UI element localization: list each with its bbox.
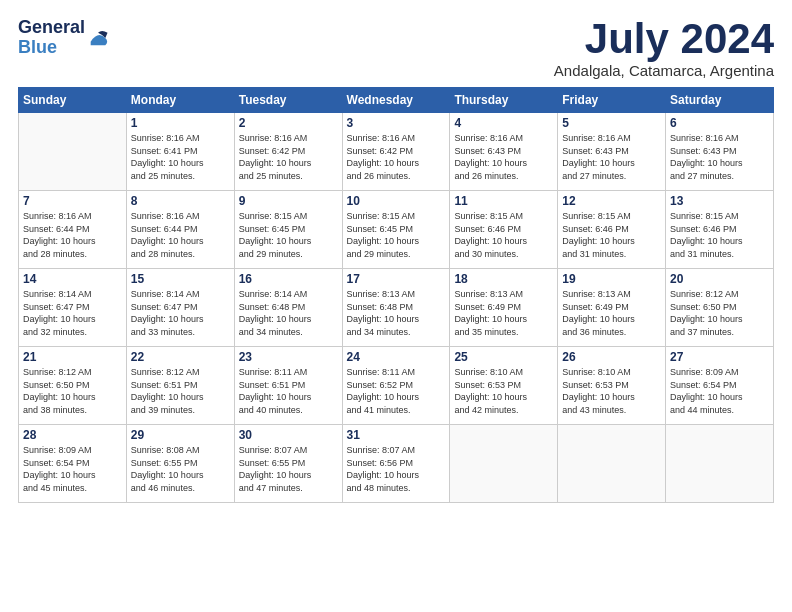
calendar-cell: 21Sunrise: 8:12 AM Sunset: 6:50 PM Dayli… xyxy=(19,347,127,425)
week-row-2: 7Sunrise: 8:16 AM Sunset: 6:44 PM Daylig… xyxy=(19,191,774,269)
day-number: 8 xyxy=(131,194,230,208)
day-info: Sunrise: 8:11 AM Sunset: 6:52 PM Dayligh… xyxy=(347,366,446,416)
day-info: Sunrise: 8:16 AM Sunset: 6:41 PM Dayligh… xyxy=(131,132,230,182)
calendar-cell: 3Sunrise: 8:16 AM Sunset: 6:42 PM Daylig… xyxy=(342,113,450,191)
calendar-cell: 22Sunrise: 8:12 AM Sunset: 6:51 PM Dayli… xyxy=(126,347,234,425)
day-info: Sunrise: 8:16 AM Sunset: 6:44 PM Dayligh… xyxy=(23,210,122,260)
day-info: Sunrise: 8:15 AM Sunset: 6:46 PM Dayligh… xyxy=(670,210,769,260)
calendar-cell: 7Sunrise: 8:16 AM Sunset: 6:44 PM Daylig… xyxy=(19,191,127,269)
day-number: 5 xyxy=(562,116,661,130)
day-info: Sunrise: 8:15 AM Sunset: 6:46 PM Dayligh… xyxy=(454,210,553,260)
logo: General Blue xyxy=(18,18,109,58)
calendar-cell: 5Sunrise: 8:16 AM Sunset: 6:43 PM Daylig… xyxy=(558,113,666,191)
day-info: Sunrise: 8:16 AM Sunset: 6:42 PM Dayligh… xyxy=(239,132,338,182)
calendar-cell xyxy=(19,113,127,191)
day-info: Sunrise: 8:13 AM Sunset: 6:48 PM Dayligh… xyxy=(347,288,446,338)
day-info: Sunrise: 8:16 AM Sunset: 6:43 PM Dayligh… xyxy=(454,132,553,182)
day-number: 24 xyxy=(347,350,446,364)
day-number: 11 xyxy=(454,194,553,208)
day-info: Sunrise: 8:12 AM Sunset: 6:50 PM Dayligh… xyxy=(23,366,122,416)
header-saturday: Saturday xyxy=(666,88,774,113)
day-number: 28 xyxy=(23,428,122,442)
day-number: 23 xyxy=(239,350,338,364)
day-info: Sunrise: 8:15 AM Sunset: 6:45 PM Dayligh… xyxy=(239,210,338,260)
calendar-cell xyxy=(558,425,666,503)
month-title: July 2024 xyxy=(554,18,774,60)
header-tuesday: Tuesday xyxy=(234,88,342,113)
calendar-cell: 20Sunrise: 8:12 AM Sunset: 6:50 PM Dayli… xyxy=(666,269,774,347)
day-info: Sunrise: 8:13 AM Sunset: 6:49 PM Dayligh… xyxy=(454,288,553,338)
week-row-5: 28Sunrise: 8:09 AM Sunset: 6:54 PM Dayli… xyxy=(19,425,774,503)
calendar-cell xyxy=(666,425,774,503)
calendar-cell: 31Sunrise: 8:07 AM Sunset: 6:56 PM Dayli… xyxy=(342,425,450,503)
day-info: Sunrise: 8:08 AM Sunset: 6:55 PM Dayligh… xyxy=(131,444,230,494)
day-number: 18 xyxy=(454,272,553,286)
calendar-cell: 23Sunrise: 8:11 AM Sunset: 6:51 PM Dayli… xyxy=(234,347,342,425)
calendar-cell: 14Sunrise: 8:14 AM Sunset: 6:47 PM Dayli… xyxy=(19,269,127,347)
day-number: 26 xyxy=(562,350,661,364)
calendar-cell: 25Sunrise: 8:10 AM Sunset: 6:53 PM Dayli… xyxy=(450,347,558,425)
day-number: 13 xyxy=(670,194,769,208)
calendar-cell: 6Sunrise: 8:16 AM Sunset: 6:43 PM Daylig… xyxy=(666,113,774,191)
day-number: 19 xyxy=(562,272,661,286)
calendar-cell: 9Sunrise: 8:15 AM Sunset: 6:45 PM Daylig… xyxy=(234,191,342,269)
day-number: 7 xyxy=(23,194,122,208)
day-info: Sunrise: 8:12 AM Sunset: 6:51 PM Dayligh… xyxy=(131,366,230,416)
day-number: 30 xyxy=(239,428,338,442)
day-number: 29 xyxy=(131,428,230,442)
calendar-cell: 17Sunrise: 8:13 AM Sunset: 6:48 PM Dayli… xyxy=(342,269,450,347)
calendar-cell: 28Sunrise: 8:09 AM Sunset: 6:54 PM Dayli… xyxy=(19,425,127,503)
calendar-cell: 27Sunrise: 8:09 AM Sunset: 6:54 PM Dayli… xyxy=(666,347,774,425)
header-sunday: Sunday xyxy=(19,88,127,113)
day-number: 25 xyxy=(454,350,553,364)
calendar-cell: 15Sunrise: 8:14 AM Sunset: 6:47 PM Dayli… xyxy=(126,269,234,347)
day-info: Sunrise: 8:13 AM Sunset: 6:49 PM Dayligh… xyxy=(562,288,661,338)
day-number: 17 xyxy=(347,272,446,286)
calendar-cell: 30Sunrise: 8:07 AM Sunset: 6:55 PM Dayli… xyxy=(234,425,342,503)
calendar-cell: 13Sunrise: 8:15 AM Sunset: 6:46 PM Dayli… xyxy=(666,191,774,269)
week-row-4: 21Sunrise: 8:12 AM Sunset: 6:50 PM Dayli… xyxy=(19,347,774,425)
day-info: Sunrise: 8:07 AM Sunset: 6:56 PM Dayligh… xyxy=(347,444,446,494)
day-info: Sunrise: 8:16 AM Sunset: 6:43 PM Dayligh… xyxy=(670,132,769,182)
day-number: 27 xyxy=(670,350,769,364)
calendar-cell: 8Sunrise: 8:16 AM Sunset: 6:44 PM Daylig… xyxy=(126,191,234,269)
header-monday: Monday xyxy=(126,88,234,113)
calendar-cell: 10Sunrise: 8:15 AM Sunset: 6:45 PM Dayli… xyxy=(342,191,450,269)
day-info: Sunrise: 8:10 AM Sunset: 6:53 PM Dayligh… xyxy=(562,366,661,416)
day-info: Sunrise: 8:10 AM Sunset: 6:53 PM Dayligh… xyxy=(454,366,553,416)
day-number: 2 xyxy=(239,116,338,130)
subtitle: Andalgala, Catamarca, Argentina xyxy=(554,62,774,79)
day-number: 31 xyxy=(347,428,446,442)
day-info: Sunrise: 8:14 AM Sunset: 6:48 PM Dayligh… xyxy=(239,288,338,338)
day-number: 22 xyxy=(131,350,230,364)
calendar-cell: 19Sunrise: 8:13 AM Sunset: 6:49 PM Dayli… xyxy=(558,269,666,347)
calendar-cell: 2Sunrise: 8:16 AM Sunset: 6:42 PM Daylig… xyxy=(234,113,342,191)
calendar-cell: 24Sunrise: 8:11 AM Sunset: 6:52 PM Dayli… xyxy=(342,347,450,425)
calendar-cell: 11Sunrise: 8:15 AM Sunset: 6:46 PM Dayli… xyxy=(450,191,558,269)
calendar-cell: 4Sunrise: 8:16 AM Sunset: 6:43 PM Daylig… xyxy=(450,113,558,191)
title-section: July 2024 Andalgala, Catamarca, Argentin… xyxy=(554,18,774,79)
calendar-table: Sunday Monday Tuesday Wednesday Thursday… xyxy=(18,87,774,503)
day-number: 12 xyxy=(562,194,661,208)
day-info: Sunrise: 8:12 AM Sunset: 6:50 PM Dayligh… xyxy=(670,288,769,338)
calendar-cell: 12Sunrise: 8:15 AM Sunset: 6:46 PM Dayli… xyxy=(558,191,666,269)
header-wednesday: Wednesday xyxy=(342,88,450,113)
day-info: Sunrise: 8:15 AM Sunset: 6:46 PM Dayligh… xyxy=(562,210,661,260)
page: General Blue July 2024 Andalgala, Catama… xyxy=(0,0,792,612)
day-info: Sunrise: 8:09 AM Sunset: 6:54 PM Dayligh… xyxy=(23,444,122,494)
day-info: Sunrise: 8:16 AM Sunset: 6:43 PM Dayligh… xyxy=(562,132,661,182)
day-info: Sunrise: 8:16 AM Sunset: 6:44 PM Dayligh… xyxy=(131,210,230,260)
day-number: 10 xyxy=(347,194,446,208)
day-number: 6 xyxy=(670,116,769,130)
day-number: 15 xyxy=(131,272,230,286)
day-number: 16 xyxy=(239,272,338,286)
day-info: Sunrise: 8:14 AM Sunset: 6:47 PM Dayligh… xyxy=(23,288,122,338)
logo-general: General xyxy=(18,18,85,38)
logo-icon xyxy=(87,27,109,49)
calendar-cell: 16Sunrise: 8:14 AM Sunset: 6:48 PM Dayli… xyxy=(234,269,342,347)
header: General Blue July 2024 Andalgala, Catama… xyxy=(18,18,774,79)
calendar-cell: 18Sunrise: 8:13 AM Sunset: 6:49 PM Dayli… xyxy=(450,269,558,347)
day-info: Sunrise: 8:14 AM Sunset: 6:47 PM Dayligh… xyxy=(131,288,230,338)
day-number: 1 xyxy=(131,116,230,130)
header-friday: Friday xyxy=(558,88,666,113)
